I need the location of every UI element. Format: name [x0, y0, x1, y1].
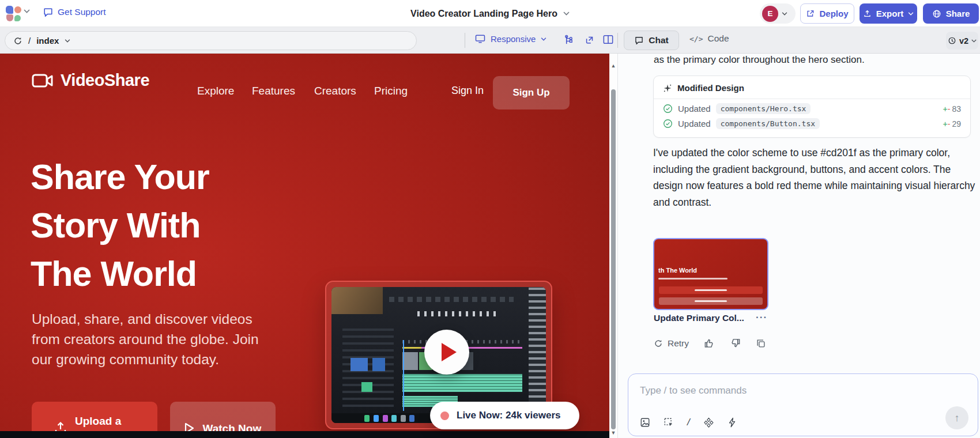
device-mode-label: Responsive	[491, 34, 536, 44]
play-icon	[442, 343, 457, 361]
attach-image-icon[interactable]	[640, 417, 650, 428]
split-view-icon[interactable]	[603, 35, 613, 44]
editor-decoration	[417, 311, 499, 316]
account-menu[interactable]: E	[760, 3, 796, 24]
editor-decoration	[331, 287, 383, 314]
version-thumbnail[interactable]: th The World	[653, 238, 768, 310]
thumbnail-decoration	[658, 278, 728, 280]
share-label: Share	[946, 9, 970, 18]
retry-button[interactable]: Retry	[654, 338, 689, 349]
thumbnail-caption[interactable]: Update Primary Col...	[654, 313, 744, 323]
sign-up-button[interactable]: Sign Up	[493, 76, 570, 110]
diamond-grid-icon[interactable]	[703, 417, 714, 428]
live-badge: Live Now: 24k viewers	[430, 402, 579, 429]
account-chevron-down-icon	[782, 12, 787, 16]
lightning-icon[interactable]	[728, 417, 737, 428]
thumbs-down-icon[interactable]	[730, 338, 741, 349]
refresh-icon[interactable]	[13, 36, 22, 46]
upload-icon	[863, 9, 872, 18]
scroll-down-icon[interactable]: ▼	[609, 430, 617, 436]
thumbs-up-icon[interactable]	[704, 338, 715, 349]
chat-panel: as the primary color throughout the hero…	[617, 54, 980, 438]
nav-link-creators[interactable]: Creators	[314, 85, 356, 97]
thumbnail-decoration	[659, 286, 763, 294]
send-button[interactable]: ↑	[945, 406, 968, 429]
path-name: index	[36, 36, 59, 46]
retry-label: Retry	[668, 338, 689, 349]
export-chevron-down-icon	[908, 12, 914, 16]
history-clock-icon	[948, 36, 956, 45]
chat-input[interactable]	[640, 382, 963, 399]
toolbar-divider	[617, 33, 618, 48]
app-window: Get Support Video Creator Landing Page H…	[0, 0, 980, 438]
editor-decoration	[350, 358, 368, 372]
input-toolbar: /	[640, 417, 737, 428]
diff-count: +-29	[943, 119, 961, 129]
editor-decoration	[403, 340, 404, 411]
share-button[interactable]: Share	[923, 3, 979, 24]
hero-headline-line3: The World	[31, 250, 209, 298]
chat-input-box[interactable]: / ↑	[628, 373, 978, 436]
external-link-icon	[806, 9, 815, 18]
version-chevron-down-icon	[971, 39, 977, 43]
avatar: E	[762, 6, 778, 22]
title-chevron-down-icon	[563, 12, 570, 16]
editor-decoration	[402, 374, 522, 392]
open-in-new-icon[interactable]	[585, 35, 595, 45]
modified-design-card: Modified Design Updated components/Hero.…	[653, 75, 971, 138]
hero-description: Upload, share, and discover videos from …	[32, 309, 271, 369]
nav-link-explore[interactable]: Explore	[197, 85, 234, 97]
component-flow-icon[interactable]	[564, 35, 574, 46]
editor-decoration	[361, 382, 372, 392]
hero-headline-line2: Story With	[31, 201, 209, 250]
preview-scrollbar[interactable]: ▲ ▼	[609, 54, 617, 438]
check-circle-icon	[663, 104, 673, 114]
select-element-icon[interactable]	[664, 417, 674, 428]
path-prefix: /	[28, 36, 31, 46]
top-header: Get Support Video Creator Landing Page H…	[0, 0, 980, 27]
preview-toolbar: / index Responsive Chat <	[0, 27, 980, 54]
deploy-button[interactable]: Deploy	[800, 3, 854, 24]
export-label: Export	[876, 9, 904, 18]
thumbnail-decoration	[659, 297, 763, 305]
modified-design-header: Modified Design	[654, 76, 970, 99]
globe-icon	[932, 9, 941, 18]
tab-code[interactable]: </> Code	[689, 33, 729, 44]
page-path-bar[interactable]: / index	[5, 31, 417, 50]
device-chevron-down-icon	[541, 37, 546, 41]
editor-decoration	[389, 297, 514, 302]
monitor-icon	[475, 35, 485, 43]
site-brand[interactable]: VideoShare	[32, 71, 149, 90]
nav-link-pricing[interactable]: Pricing	[374, 85, 408, 97]
next-section-edge	[0, 431, 609, 438]
code-tab-label: Code	[707, 33, 729, 44]
diff-count: +-83	[943, 104, 961, 114]
version-selector[interactable]: v2	[946, 32, 978, 50]
editor-decoration	[342, 328, 394, 407]
path-chevron-down-icon[interactable]	[65, 39, 70, 43]
chat-tab-label: Chat	[649, 35, 668, 46]
nav-link-features[interactable]: Features	[252, 85, 295, 97]
file-update-row[interactable]: Updated components/Hero.tsx +-83	[654, 99, 970, 114]
hero-headline-line1: Share Your	[31, 153, 209, 201]
play-button[interactable]	[424, 330, 469, 375]
sign-in-link[interactable]: Sign In	[451, 85, 484, 97]
file-update-row[interactable]: Updated components/Button.tsx +-29	[654, 114, 970, 129]
live-dot-icon	[440, 411, 449, 420]
device-mode-select[interactable]: Responsive	[475, 34, 546, 44]
site-brand-name: VideoShare	[61, 71, 149, 90]
file-path-chip: components/Hero.tsx	[716, 103, 811, 114]
copy-icon[interactable]	[756, 338, 766, 349]
scrollbar-thumb[interactable]	[611, 89, 616, 429]
video-camera-icon	[32, 73, 54, 89]
sparkle-icon	[663, 84, 672, 93]
message-actions: Retry	[654, 338, 766, 349]
project-title: Video Creator Landing Page Hero	[410, 9, 557, 19]
more-options-icon[interactable]: ...	[756, 309, 767, 321]
thumbnail-heading: th The World	[658, 267, 697, 274]
toolbar-divider	[465, 33, 465, 48]
tab-chat[interactable]: Chat	[624, 31, 679, 50]
scroll-up-icon[interactable]: ▲	[609, 63, 617, 69]
slash-command-icon[interactable]: /	[687, 417, 690, 428]
export-button[interactable]: Export	[860, 3, 917, 24]
